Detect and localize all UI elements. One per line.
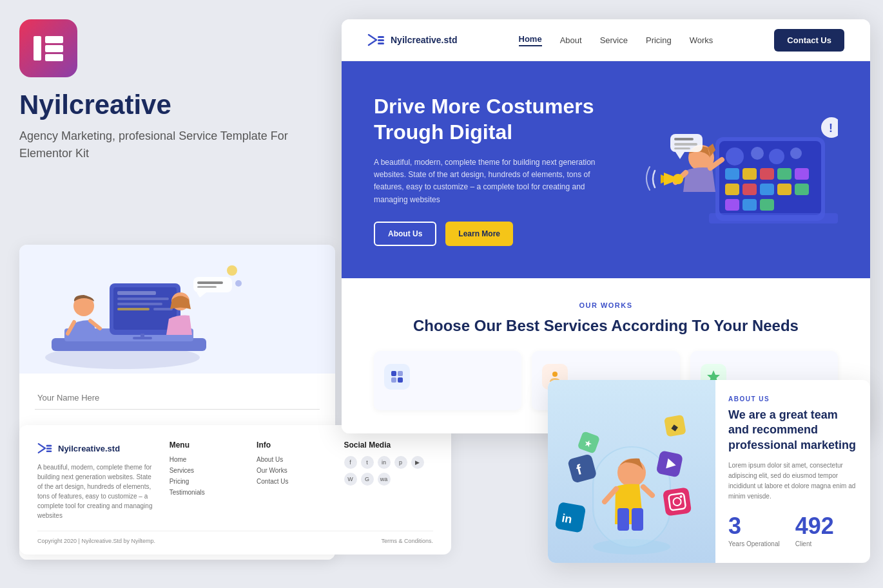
about-content: ABOUT US We are a great team and recomme… <box>715 380 870 563</box>
about-stats: 3 Years Operational 492 Client <box>728 515 857 547</box>
svg-rect-54 <box>674 138 694 140</box>
hero-illustration: ! <box>632 99 838 240</box>
svg-rect-42 <box>742 184 757 195</box>
footer-menu-col: Menu Home Services Pricing Testimonials <box>170 441 244 520</box>
svg-rect-10 <box>117 298 169 300</box>
svg-rect-49 <box>709 213 838 223</box>
hero-description: A beautiful, modern, complete theme for … <box>374 156 619 206</box>
svg-point-22 <box>227 265 237 276</box>
stat-years-number: 3 <box>728 515 780 538</box>
footer-info-title: Info <box>257 441 331 450</box>
nav-works[interactable]: Works <box>690 35 713 45</box>
brand-title: Nyilcreative <box>19 90 296 120</box>
svg-point-23 <box>235 280 242 287</box>
svg-rect-27 <box>378 36 384 38</box>
service-icon-1 <box>384 364 410 390</box>
pinterest-icon[interactable]: p <box>394 456 407 469</box>
svg-rect-12 <box>117 308 150 310</box>
svg-rect-37 <box>742 168 757 180</box>
svg-rect-55 <box>674 143 697 146</box>
footer-brand-desc: A beautiful, modern, complete theme for … <box>37 462 157 520</box>
svg-rect-24 <box>46 445 52 447</box>
svg-rect-26 <box>46 450 52 452</box>
hero-section: Drive More Costumers Trough Digital A be… <box>342 61 870 278</box>
brand-subtitle: Agency Marketing, profesional Service Te… <box>19 128 296 162</box>
elementor-logo <box>19 19 77 77</box>
svg-point-32 <box>726 147 744 166</box>
svg-point-35 <box>790 147 802 159</box>
footer-info-col: Info About Us Our Works Contact Us <box>257 441 331 520</box>
svg-rect-15 <box>133 337 152 339</box>
services-title: Choose Our Best Services According To Yo… <box>374 316 838 336</box>
svg-rect-61 <box>391 377 396 383</box>
svg-rect-68 <box>617 508 629 531</box>
form-illustration <box>19 245 335 374</box>
footer-bottom: Copyright 2020 | Nyilcreative.Std by Nyi… <box>37 531 433 544</box>
nav-about[interactable]: About <box>560 35 582 45</box>
nav-links: Home About Service Pricing Works <box>519 34 713 46</box>
svg-rect-48 <box>760 199 774 211</box>
stat-years: 3 Years Operational <box>728 515 780 547</box>
svg-rect-69 <box>632 508 643 531</box>
wordpress-icon[interactable]: W <box>344 473 357 486</box>
svg-point-33 <box>751 147 764 160</box>
footer-info-works[interactable]: Our Works <box>257 467 331 474</box>
stat-clients-number: 492 <box>795 515 834 538</box>
svg-marker-53 <box>675 152 684 159</box>
svg-rect-18 <box>193 277 232 292</box>
svg-rect-39 <box>777 168 791 180</box>
name-input[interactable] <box>35 386 320 410</box>
terms-text: Terms & Conditions. <box>381 538 433 544</box>
svg-rect-28 <box>378 39 384 41</box>
svg-rect-11 <box>117 303 162 305</box>
svg-rect-0 <box>34 36 41 61</box>
footer-menu-title: Menu <box>170 441 244 450</box>
nav-service[interactable]: Service <box>600 35 628 45</box>
nav-home[interactable]: Home <box>519 34 542 46</box>
whatsapp-icon[interactable]: wa <box>378 473 391 486</box>
svg-text:in: in <box>561 511 573 526</box>
svg-marker-19 <box>197 292 206 298</box>
svg-rect-44 <box>777 184 791 195</box>
footer-section: Nyilcreative.std A beautiful, modern, co… <box>19 425 451 555</box>
footer-social-col: Social Media f t in p ▶ W G wa <box>344 441 434 520</box>
svg-point-51 <box>673 174 683 184</box>
svg-rect-56 <box>674 147 690 149</box>
svg-rect-20 <box>197 281 223 284</box>
left-panel: Nyilcreative Agency Marketing, profesion… <box>19 19 296 162</box>
social-icons-group: f t in p ▶ W G wa <box>344 456 434 486</box>
footer-menu-pricing[interactable]: Pricing <box>170 478 244 485</box>
footer-brand-logo: Nyilcreative.std <box>37 441 157 456</box>
footer-info-about[interactable]: About Us <box>257 456 331 463</box>
svg-rect-2 <box>45 45 63 52</box>
footer-brand-name: Nyilcreative.std <box>58 444 120 453</box>
footer-menu-home[interactable]: Home <box>170 456 244 463</box>
footer-menu-testimonials[interactable]: Testimonials <box>170 489 244 496</box>
facebook-icon[interactable]: f <box>344 456 357 469</box>
footer-menu-services[interactable]: Services <box>170 467 244 474</box>
twitter-icon[interactable]: t <box>361 456 374 469</box>
copyright-text: Copyright 2020 | Nyilcreative.Std by Nyi… <box>37 538 155 544</box>
svg-rect-40 <box>795 168 809 180</box>
svg-rect-62 <box>398 377 403 383</box>
nav-pricing[interactable]: Pricing <box>646 35 672 45</box>
svg-rect-29 <box>378 43 384 44</box>
footer-info-contact[interactable]: Contact Us <box>257 478 331 485</box>
instagram-icon[interactable]: in <box>378 456 391 469</box>
about-section: f in <box>548 380 870 563</box>
preview-navbar: Nyilcreative.std Home About Service Pric… <box>342 19 870 61</box>
hero-title: Drive More Costumers Trough Digital <box>374 93 619 145</box>
about-us-button[interactable]: About Us <box>374 222 436 246</box>
svg-rect-36 <box>725 168 739 180</box>
svg-text:!: ! <box>829 122 833 135</box>
services-label: OUR WORKS <box>374 301 838 309</box>
youtube-icon[interactable]: ▶ <box>411 456 424 469</box>
about-label: ABOUT US <box>728 395 857 403</box>
googleplus-icon[interactable]: G <box>361 473 374 486</box>
svg-rect-45 <box>795 184 809 195</box>
svg-rect-43 <box>760 184 774 195</box>
learn-more-button[interactable]: Learn More <box>445 222 513 246</box>
contact-us-button[interactable]: Contact Us <box>774 29 844 52</box>
svg-rect-9 <box>117 291 156 295</box>
svg-rect-41 <box>725 184 739 195</box>
